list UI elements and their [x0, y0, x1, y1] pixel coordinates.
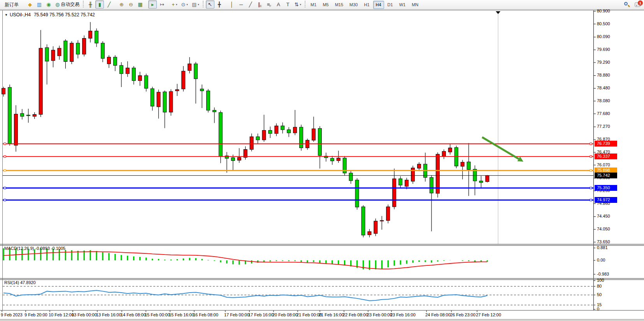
candle-body	[281, 126, 284, 130]
chart-header[interactable]: ▼USOil-,H475.549 75.756 75.522 75.742	[5, 12, 95, 17]
rsi-pane-title: RSI(14) 47.8920	[4, 280, 36, 285]
line-handle-right	[590, 187, 592, 189]
candle-body	[169, 91, 173, 112]
price-tick-label: 78.880	[597, 73, 610, 77]
candle-body	[89, 31, 92, 38]
chevron-down-icon[interactable]: ▼	[5, 13, 8, 17]
line-handle-right	[590, 143, 592, 145]
candle-body	[39, 48, 42, 114]
candle-body	[411, 168, 415, 181]
line-handle-right	[590, 169, 592, 171]
candle-body	[262, 130, 266, 140]
candle-body	[231, 158, 235, 160]
time-axis-label: 17 Feb 16:00	[248, 312, 274, 317]
candle-body	[45, 47, 49, 61]
candle-body	[20, 113, 24, 116]
candle-body	[430, 178, 433, 193]
price-tick-label: 79.290	[597, 60, 610, 65]
time-axis-label: 15 Feb 16:00	[169, 312, 194, 317]
time-axis-label: 22 Feb 08:00	[343, 312, 368, 317]
candle-body	[300, 127, 303, 148]
candle-body	[293, 127, 297, 133]
candle-body	[337, 158, 340, 161]
candle-body	[70, 43, 74, 62]
candle-body	[76, 43, 80, 54]
candle-body	[312, 129, 316, 140]
price-tick-label: 74.050	[597, 227, 610, 231]
candle-body	[237, 157, 241, 160]
price-tick-label: 78.080	[597, 98, 610, 103]
time-axis-label: 17 Feb 00:00	[224, 312, 249, 317]
line-handle-left	[4, 169, 6, 171]
price-line-badge-76.337: 76.337	[595, 154, 617, 159]
candle-body	[256, 137, 260, 140]
candle-body	[219, 113, 222, 157]
time-axis-label: 24 Feb 08:00	[425, 312, 451, 317]
candle-body	[330, 159, 334, 161]
candle-body	[51, 50, 55, 61]
candle-body	[268, 130, 272, 133]
time-axis-label: 27 Feb 12:00	[476, 312, 501, 317]
time-axis-label: 16 Feb 08:00	[193, 312, 218, 317]
line-handle-left	[4, 155, 6, 157]
price-line-badge-76.739: 76.739	[595, 141, 617, 147]
candle-body	[163, 92, 167, 112]
price-tick-label: 77.270	[597, 124, 610, 129]
candle-body	[355, 180, 359, 207]
candle-body	[200, 89, 204, 91]
rsi-axis-label: 100	[597, 278, 604, 283]
candle-body	[349, 173, 353, 181]
price-line-badge-74.972: 74.972	[595, 197, 617, 203]
time-axis-label: 15 Feb 00:00	[145, 312, 170, 317]
macd-signal-line	[4, 251, 487, 269]
candle-body	[113, 57, 117, 65]
candle-body	[14, 114, 18, 145]
candle-body	[175, 90, 179, 91]
candle-body	[58, 48, 61, 56]
price-tick-label: 74.450	[597, 214, 610, 218]
candle-body	[486, 176, 489, 182]
trading-terminal-window: { "toolbar": { "new_order_label": "新订单",…	[0, 0, 644, 321]
macd-axis-label: -0.983	[597, 272, 609, 276]
line-handle-left	[4, 187, 6, 189]
price-tick-label: 73.650	[597, 239, 610, 244]
line-handle-left	[4, 199, 6, 201]
rsi-axis-label: 0	[597, 307, 599, 311]
trend-arrow-line	[482, 137, 519, 159]
macd-axis-label: 0.881	[597, 245, 608, 250]
candle-body	[151, 89, 154, 106]
candle-body	[405, 180, 409, 186]
price-tick-label: 78.480	[597, 85, 610, 90]
line-handle-left	[4, 143, 6, 145]
rsi-axis-label: 80	[597, 284, 602, 288]
candle-body	[461, 162, 464, 166]
candle-body	[361, 207, 365, 235]
candle-body	[101, 43, 105, 58]
price-tick-label: 80.090	[597, 34, 610, 39]
symbol-period-title: USOil-,H4	[10, 12, 31, 17]
candle-body	[33, 114, 36, 116]
candle-body	[467, 162, 470, 170]
price-line-badge-75.742: 75.742	[595, 173, 617, 178]
candle-body	[26, 115, 30, 116]
candle-body	[250, 137, 253, 150]
price-tick-label: 80.500	[597, 21, 610, 26]
shift-marker-icon	[496, 11, 500, 14]
candle-body	[368, 232, 371, 235]
candle-body	[442, 151, 446, 156]
time-axis-label: 13 Feb 00:00	[72, 312, 97, 317]
time-axis-label: 20 Feb 08:00	[272, 312, 298, 317]
candle-body	[182, 71, 185, 89]
rsi-line	[4, 290, 487, 301]
candle-body	[132, 68, 135, 81]
time-axis-label: 23 Feb 16:00	[390, 312, 416, 317]
candle-body	[380, 220, 384, 221]
candle-body	[417, 164, 421, 168]
time-axis-label: 10 Feb 12:00	[49, 312, 74, 317]
chart-canvas[interactable]	[0, 0, 644, 321]
line-handle-right	[590, 155, 592, 157]
candle-body	[82, 38, 86, 54]
time-axis-label: 21 Feb 00:00	[297, 312, 322, 317]
candle-body	[207, 91, 210, 110]
candle-body	[479, 181, 483, 183]
